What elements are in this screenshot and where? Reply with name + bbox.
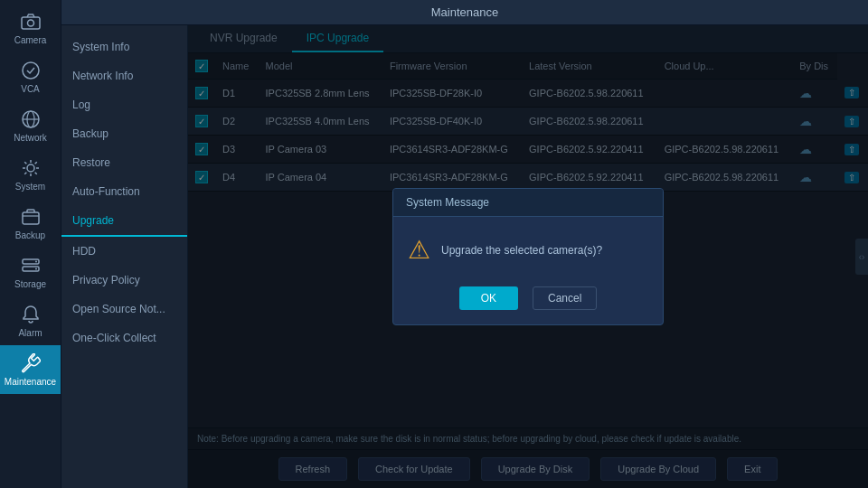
modal-overlay: System Message ⚠ Upgrade the selected ca… bbox=[188, 25, 868, 488]
network-icon bbox=[20, 108, 42, 130]
sidebar-label-storage: Storage bbox=[14, 279, 46, 289]
secondary-item-upgrade[interactable]: Upgrade bbox=[61, 206, 187, 237]
sidebar-item-backup[interactable]: Backup bbox=[0, 199, 61, 248]
modal-message: Upgrade the selected camera(s)? bbox=[441, 244, 602, 257]
svg-point-11 bbox=[35, 261, 37, 263]
secondary-item-auto-function[interactable]: Auto-Function bbox=[61, 177, 187, 206]
secondary-item-open-source[interactable]: Open Source Not... bbox=[61, 295, 187, 324]
svg-point-12 bbox=[35, 268, 37, 270]
secondary-item-privacy-policy[interactable]: Privacy Policy bbox=[61, 266, 187, 295]
sidebar-label-camera: Camera bbox=[14, 35, 47, 45]
maintenance-icon bbox=[20, 352, 42, 374]
svg-point-2 bbox=[23, 62, 39, 79]
sidebar-item-storage[interactable]: Storage bbox=[0, 248, 61, 296]
secondary-item-backup[interactable]: Backup bbox=[61, 119, 187, 148]
secondary-sidebar: System Info Network Info Log Backup Rest… bbox=[61, 25, 188, 488]
modal-title: System Message bbox=[406, 196, 489, 209]
sidebar-item-vca[interactable]: VCA bbox=[0, 52, 61, 101]
sidebar-item-network[interactable]: Network bbox=[0, 101, 61, 150]
svg-rect-7 bbox=[23, 212, 39, 224]
modal-warning-icon: ⚠ bbox=[408, 235, 430, 265]
secondary-item-system-info[interactable]: System Info bbox=[61, 33, 187, 61]
modal-header: System Message bbox=[393, 189, 663, 217]
secondary-item-hdd[interactable]: HDD bbox=[61, 237, 187, 266]
secondary-item-log[interactable]: Log bbox=[61, 90, 187, 119]
modal-ok-button[interactable]: OK bbox=[459, 286, 518, 310]
sidebar-label-alarm: Alarm bbox=[18, 328, 42, 338]
modal-button-row: OK Cancel bbox=[393, 279, 663, 324]
sidebar-label-vca: VCA bbox=[21, 84, 40, 94]
vca-icon bbox=[20, 60, 42, 81]
backup-icon bbox=[20, 206, 42, 228]
secondary-item-one-click[interactable]: One-Click Collect bbox=[61, 324, 187, 352]
sidebar-item-camera[interactable]: Camera bbox=[0, 4, 61, 52]
camera-icon bbox=[20, 11, 42, 33]
page-title: Maintenance bbox=[431, 5, 498, 19]
sidebar-item-maintenance[interactable]: Maintenance bbox=[0, 345, 61, 394]
modal-body: ⚠ Upgrade the selected camera(s)? bbox=[393, 217, 663, 279]
page-header: Maintenance bbox=[61, 0, 868, 25]
content-area: System Info Network Info Log Backup Rest… bbox=[61, 25, 868, 488]
svg-rect-0 bbox=[22, 17, 40, 29]
main-content: Maintenance System Info Network Info Log… bbox=[61, 0, 868, 488]
alarm-icon bbox=[20, 304, 42, 325]
system-icon bbox=[20, 157, 42, 179]
sidebar-label-system: System bbox=[15, 182, 45, 192]
storage-icon bbox=[20, 255, 42, 277]
sidebar-label-maintenance: Maintenance bbox=[5, 377, 56, 387]
secondary-item-network-info[interactable]: Network Info bbox=[61, 61, 187, 90]
main-sidebar: Camera VCA Network System Backup Storage bbox=[0, 0, 61, 488]
svg-point-6 bbox=[27, 164, 34, 172]
sidebar-item-alarm[interactable]: Alarm bbox=[0, 296, 61, 345]
svg-point-1 bbox=[27, 20, 33, 26]
secondary-item-restore[interactable]: Restore bbox=[61, 148, 187, 177]
modal-cancel-button[interactable]: Cancel bbox=[533, 286, 597, 310]
sidebar-label-network: Network bbox=[14, 133, 47, 143]
main-panel: NVR Upgrade IPC Upgrade Name Model Firmw… bbox=[188, 25, 868, 488]
sidebar-item-system[interactable]: System bbox=[0, 150, 61, 199]
sidebar-label-backup: Backup bbox=[15, 230, 45, 240]
system-message-modal: System Message ⚠ Upgrade the selected ca… bbox=[392, 188, 664, 325]
